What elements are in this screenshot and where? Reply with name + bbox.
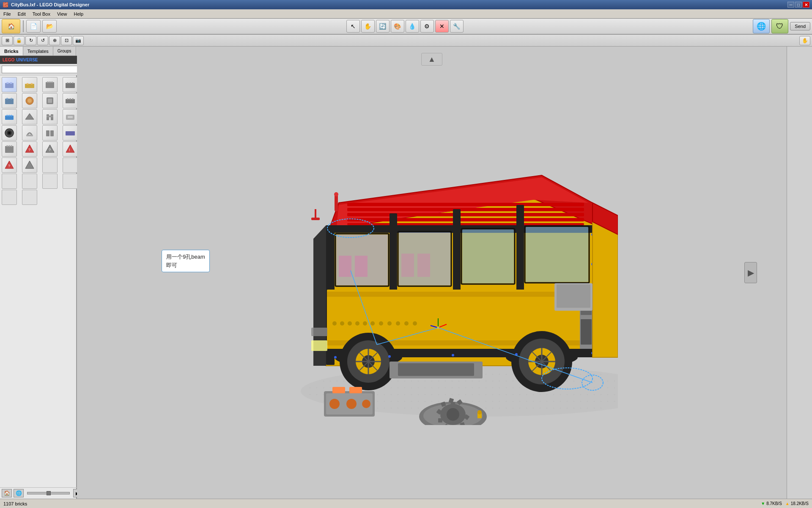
- shield-button[interactable]: 🛡: [771, 19, 788, 33]
- rotate-tool[interactable]: 🔄: [376, 20, 390, 33]
- brick-item[interactable]: [63, 109, 78, 124]
- brick-item[interactable]: !: [63, 141, 78, 157]
- brick-item[interactable]: [63, 157, 78, 173]
- brick-item[interactable]: ?: [22, 141, 37, 157]
- move-tool[interactable]: ✋: [361, 20, 375, 33]
- new-file-button[interactable]: 📄: [26, 20, 41, 33]
- svg-point-44: [11, 145, 12, 147]
- clone-tool[interactable]: 🔧: [450, 20, 464, 33]
- grid-snap-button[interactable]: ⊞: [2, 36, 13, 45]
- svg-rect-146: [332, 387, 345, 393]
- svg-rect-37: [26, 135, 33, 136]
- svg-point-128: [452, 354, 454, 356]
- svg-point-89: [340, 321, 344, 326]
- svg-point-36: [8, 132, 11, 134]
- open-file-button[interactable]: 📂: [42, 20, 57, 33]
- search-input[interactable]: [2, 66, 82, 73]
- tooltip-bubble: 用一个9孔beam 即可: [162, 250, 210, 272]
- paint-tool[interactable]: 🎨: [391, 20, 404, 33]
- download-indicator: ▼ 8.7KB/S: [761, 501, 782, 506]
- svg-point-93: [370, 321, 375, 326]
- tab-groups[interactable]: Groups: [53, 47, 76, 55]
- svg-point-22: [67, 98, 69, 100]
- svg-text:?: ?: [49, 148, 51, 152]
- menu-bar: File Edit Tool Box View Help: [0, 9, 812, 19]
- brick-item[interactable]: [22, 157, 37, 173]
- brick-item[interactable]: [2, 77, 17, 92]
- brick-item[interactable]: [63, 77, 78, 92]
- brick-item[interactable]: [2, 174, 17, 189]
- scroll-right-arrow[interactable]: ▶: [744, 262, 757, 283]
- menu-help[interactable]: Help: [71, 11, 87, 17]
- svg-marker-138: [593, 222, 618, 357]
- svg-rect-60: [347, 203, 584, 206]
- download-icon: ▼: [761, 501, 765, 506]
- rotate-90-button[interactable]: ↺: [37, 36, 48, 45]
- nav-globe-button[interactable]: 🌐: [14, 489, 24, 497]
- app-icon: 🧱: [3, 2, 8, 8]
- tab-templates[interactable]: Templates: [23, 47, 53, 55]
- hinge-tool[interactable]: ⚙: [420, 20, 434, 33]
- title-bar: 🧱 CityBus.lxf - LEGO Digital Designer ─ …: [0, 0, 812, 9]
- zoom-fit-button[interactable]: ⊡: [61, 36, 72, 45]
- zoom-thumb[interactable]: [47, 491, 51, 495]
- brick-item[interactable]: [2, 125, 17, 141]
- brick-item[interactable]: [2, 190, 17, 205]
- eyedropper-tool[interactable]: 💧: [406, 20, 419, 33]
- scroll-up-arrow[interactable]: ▲: [421, 53, 442, 66]
- lego-bus-model: [246, 120, 618, 425]
- brick-item[interactable]: ?: [42, 141, 58, 157]
- brick-item[interactable]: [22, 174, 37, 189]
- svg-point-150: [362, 400, 370, 408]
- svg-point-148: [329, 399, 340, 409]
- camera-button[interactable]: 📷: [73, 36, 84, 45]
- send-button[interactable]: Send: [790, 22, 810, 30]
- menu-view[interactable]: View: [54, 11, 71, 17]
- brick-item[interactable]: [2, 109, 17, 124]
- axis-lock-button[interactable]: 🔒: [14, 36, 25, 45]
- brick-item[interactable]: [42, 157, 58, 173]
- download-speed: 8.7KB/S: [766, 501, 782, 506]
- pan-button[interactable]: ⊕: [49, 36, 60, 45]
- zoom-slider[interactable]: [27, 492, 70, 494]
- select-tool[interactable]: ↖: [346, 20, 360, 33]
- minimize-button[interactable]: ─: [787, 2, 794, 8]
- close-button[interactable]: ✕: [803, 2, 809, 8]
- brick-item[interactable]: [22, 109, 37, 124]
- brick-item[interactable]: [22, 93, 37, 108]
- home-button[interactable]: 🏠: [2, 19, 20, 33]
- upload-indicator: ▲ 18.2KB/S: [785, 501, 809, 506]
- brick-item[interactable]: [42, 109, 58, 124]
- brick-item[interactable]: [63, 174, 78, 189]
- brick-item[interactable]: [2, 141, 17, 157]
- delete-tool[interactable]: ✕: [435, 20, 449, 33]
- svg-text:?: ?: [28, 148, 30, 152]
- brick-item[interactable]: [42, 174, 58, 189]
- universe-globe-button[interactable]: 🌐: [753, 19, 770, 33]
- svg-point-18: [27, 99, 32, 103]
- right-panel: [787, 47, 812, 499]
- svg-point-42: [6, 145, 8, 147]
- window-title: CityBus.lxf - LEGO Digital Designer: [11, 2, 89, 7]
- svg-rect-40: [66, 131, 75, 135]
- brick-item[interactable]: [2, 93, 17, 108]
- brick-item[interactable]: [63, 125, 78, 141]
- menu-file[interactable]: File: [0, 11, 14, 17]
- hand-tool-button[interactable]: ✋: [799, 36, 810, 45]
- menu-toolbox[interactable]: Tool Box: [29, 11, 54, 17]
- brick-item[interactable]: ?: [2, 157, 17, 173]
- svg-point-143: [334, 192, 338, 196]
- rotate-45-button[interactable]: ↻: [25, 36, 36, 45]
- menu-edit[interactable]: Edit: [14, 11, 29, 17]
- svg-point-8: [49, 81, 51, 83]
- brick-item[interactable]: [42, 77, 58, 92]
- brick-item[interactable]: [42, 125, 58, 141]
- brick-item[interactable]: [22, 190, 37, 205]
- maximize-button[interactable]: □: [795, 2, 802, 8]
- brick-item[interactable]: [22, 125, 37, 141]
- brick-item[interactable]: [42, 93, 58, 108]
- brick-item[interactable]: [63, 93, 78, 108]
- tab-bricks[interactable]: Bricks: [0, 47, 23, 55]
- brick-item[interactable]: [22, 77, 37, 92]
- nav-home-button[interactable]: 🏠: [2, 489, 12, 497]
